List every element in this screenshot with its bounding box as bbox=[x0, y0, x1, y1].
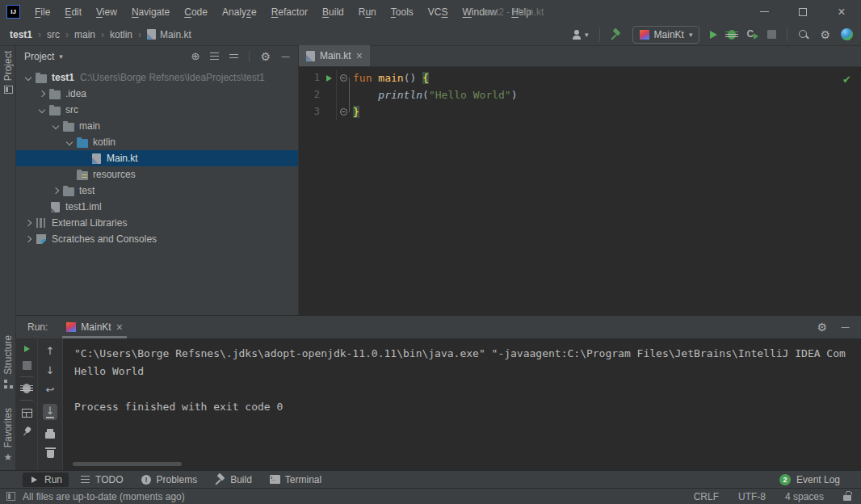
line-separator-widget[interactable]: CRLF bbox=[694, 491, 719, 502]
collapse-all-icon[interactable] bbox=[229, 54, 238, 60]
scroll-to-end-icon[interactable]: ↓ bbox=[43, 404, 58, 420]
window-title: test2 - Main.kt bbox=[483, 6, 544, 18]
code-line-2[interactable]: 2 println("Hello World") bbox=[299, 86, 861, 103]
pin-tab-icon[interactable] bbox=[20, 425, 34, 439]
breadcrumb-item-src[interactable]: src bbox=[47, 29, 60, 40]
toolwindow-button-terminal[interactable]: Terminal bbox=[263, 472, 328, 487]
ide-sphere-icon[interactable] bbox=[841, 28, 853, 40]
fold-marker[interactable] bbox=[336, 69, 350, 86]
chevron-right-icon[interactable] bbox=[36, 88, 48, 100]
editor-body[interactable]: 1fun main() {2 println("Hello World")3} … bbox=[299, 67, 861, 315]
gear-icon[interactable]: ⚙ bbox=[260, 51, 271, 62]
encoding-widget[interactable]: UTF-8 bbox=[738, 491, 766, 502]
tree-item-kotlin[interactable]: kotlin bbox=[16, 134, 298, 150]
menu-tools[interactable]: Tools bbox=[384, 6, 421, 18]
toolwindow-button-problems[interactable]: !Problems bbox=[134, 472, 204, 487]
chevron-down-icon[interactable] bbox=[36, 104, 48, 116]
tool-button-favorites[interactable]: Favorites ★ bbox=[0, 408, 16, 462]
chevron-down-icon[interactable] bbox=[23, 72, 35, 84]
prev-occurrence-icon[interactable]: ↑ bbox=[46, 346, 55, 356]
tree-item-test[interactable]: test bbox=[16, 183, 298, 199]
locate-file-icon[interactable]: ⊕ bbox=[191, 51, 200, 62]
print-icon[interactable] bbox=[45, 432, 55, 439]
stop-icon[interactable] bbox=[767, 30, 776, 39]
menu-edit[interactable]: Edit bbox=[57, 6, 89, 18]
menu-vcs[interactable]: VCS bbox=[421, 6, 456, 18]
code-line-3[interactable]: 3} bbox=[299, 103, 861, 120]
run-icon[interactable] bbox=[710, 31, 717, 39]
breadcrumb-item-test1[interactable]: test1 bbox=[10, 29, 32, 40]
toolwindow-button-todo[interactable]: TODO bbox=[74, 472, 129, 487]
close-button[interactable]: × bbox=[822, 0, 861, 23]
tool-button-structure[interactable]: Structure bbox=[0, 335, 16, 388]
chevron-right-icon[interactable] bbox=[23, 217, 35, 229]
tree-item-src[interactable]: src bbox=[16, 102, 298, 118]
chevron-right-icon[interactable] bbox=[23, 233, 35, 246]
settings-gear-icon[interactable]: ⚙ bbox=[820, 29, 830, 40]
lock-icon[interactable] bbox=[843, 495, 851, 501]
close-tab-icon[interactable]: × bbox=[356, 52, 363, 60]
clear-all-icon[interactable] bbox=[47, 450, 54, 458]
stop-icon[interactable] bbox=[23, 361, 32, 370]
hide-panel-icon[interactable]: — bbox=[841, 321, 850, 333]
vcs-user-button[interactable]: ▾ bbox=[572, 30, 589, 40]
hide-panel-icon[interactable]: — bbox=[281, 51, 290, 62]
breadcrumb-item-main-kt[interactable]: Main.kt bbox=[147, 29, 191, 40]
soft-wrap-icon[interactable]: ↩ bbox=[46, 384, 55, 395]
build-hammer-icon[interactable] bbox=[611, 29, 622, 40]
editor-tab-main-kt[interactable]: Main.kt × bbox=[299, 45, 370, 66]
fold-marker[interactable] bbox=[336, 103, 350, 120]
breadcrumb-item-main[interactable]: main bbox=[74, 29, 95, 40]
menu-analyze[interactable]: Analyze bbox=[215, 6, 264, 18]
tree-item-scratches-and-consoles[interactable]: Scratches and Consoles bbox=[16, 231, 298, 247]
tree-item-idea[interactable]: .idea bbox=[16, 86, 298, 102]
indent-widget[interactable]: 4 spaces bbox=[785, 491, 824, 502]
close-tab-icon[interactable]: × bbox=[116, 323, 123, 331]
project-panel-title[interactable]: Project bbox=[24, 51, 54, 62]
tree-item-resources[interactable]: resources bbox=[16, 166, 298, 183]
menu-run[interactable]: Run bbox=[351, 6, 384, 18]
search-icon[interactable] bbox=[798, 29, 809, 40]
event-log-area[interactable]: 2 Event Log bbox=[779, 474, 840, 485]
menu-build[interactable]: Build bbox=[315, 6, 351, 18]
minimize-button[interactable] bbox=[745, 0, 783, 23]
tree-item-label: External Libraries bbox=[52, 217, 127, 229]
toolwindow-button-build[interactable]: Build bbox=[208, 472, 258, 487]
restore-layout-icon[interactable] bbox=[22, 409, 32, 418]
toolwindow-button-label: Build bbox=[230, 474, 252, 485]
horizontal-scrollbar[interactable] bbox=[73, 462, 182, 466]
rerun-icon[interactable] bbox=[24, 346, 30, 352]
tree-item-test1[interactable]: test1C:\Users\Borge Refsnes\IdeaProjects… bbox=[16, 69, 298, 86]
run-console[interactable]: "C:\Users\Borge Refsnes\.jdks\adopt-open… bbox=[63, 338, 861, 470]
code-line-1[interactable]: 1fun main() { bbox=[299, 69, 861, 86]
run-line-icon[interactable] bbox=[321, 69, 336, 86]
tree-item-test1-iml[interactable]: test1.iml bbox=[16, 199, 298, 215]
menu-file[interactable]: File bbox=[27, 6, 57, 18]
menu-navigate[interactable]: Navigate bbox=[124, 6, 177, 18]
toolwindow-button-run[interactable]: Run bbox=[23, 472, 69, 487]
maximize-button[interactable] bbox=[783, 0, 822, 23]
tree-item-main-kt[interactable]: Main.kt bbox=[16, 150, 298, 166]
run-tab-mainkt[interactable]: MainKt × bbox=[61, 316, 128, 338]
inspection-success-icon[interactable]: ✔ bbox=[842, 74, 851, 86]
menu-code[interactable]: Code bbox=[177, 6, 215, 18]
breadcrumb-item-kotlin[interactable]: kotlin bbox=[110, 29, 132, 40]
tool-window-switcher-icon[interactable] bbox=[6, 492, 15, 501]
next-occurrence-icon[interactable]: ↓ bbox=[46, 365, 55, 376]
menu-view[interactable]: View bbox=[89, 6, 124, 18]
tree-item-main[interactable]: main bbox=[16, 118, 298, 134]
debug-icon[interactable] bbox=[728, 30, 736, 40]
gear-icon[interactable]: ⚙ bbox=[817, 321, 827, 333]
tool-button-project[interactable]: Project bbox=[0, 51, 16, 94]
chevron-down-icon[interactable]: ▾ bbox=[59, 52, 63, 61]
run-configuration-select[interactable]: MainKt ▾ bbox=[632, 26, 700, 44]
run-with-coverage-icon[interactable] bbox=[746, 29, 757, 40]
chevron-down-icon[interactable] bbox=[64, 136, 76, 149]
chevron-down-icon[interactable] bbox=[50, 120, 62, 132]
attach-debugger-icon[interactable] bbox=[23, 384, 31, 393]
tree-item-external-libraries[interactable]: External Libraries bbox=[16, 215, 298, 231]
run-toolbar-console: ↑ ↓ ↩ ↓ bbox=[38, 338, 63, 470]
expand-all-icon[interactable] bbox=[210, 52, 219, 61]
chevron-right-icon[interactable] bbox=[50, 185, 62, 197]
menu-refactor[interactable]: Refactor bbox=[264, 6, 315, 18]
